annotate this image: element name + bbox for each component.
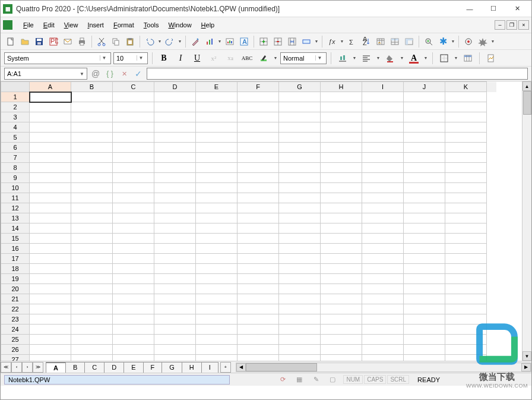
cell-E21[interactable]	[196, 294, 238, 304]
align-left-button[interactable]	[359, 52, 373, 65]
sum-icon[interactable]: Σ	[346, 35, 359, 48]
cell-E4[interactable]	[196, 122, 238, 133]
cell-D6[interactable]	[154, 143, 196, 153]
cell-A10[interactable]	[30, 183, 71, 193]
cell-D20[interactable]	[154, 284, 196, 294]
row-header-5[interactable]: 5	[1, 133, 30, 143]
cell-B26[interactable]	[71, 345, 113, 355]
borders-button[interactable]	[437, 52, 451, 65]
cell-B5[interactable]	[71, 133, 113, 143]
valign-dropdown[interactable]: ▼	[352, 56, 357, 60]
cell-E27[interactable]	[196, 355, 238, 361]
cell-K4[interactable]	[445, 122, 487, 133]
scroll-up-arrow[interactable]: ▲	[522, 81, 531, 91]
sheet-tab-B[interactable]: B	[65, 362, 85, 373]
freeze-icon[interactable]: ✱	[436, 35, 449, 48]
cancel-edit-icon[interactable]: ✕	[118, 68, 130, 80]
cell-F12[interactable]	[238, 203, 279, 213]
cell-A4[interactable]	[30, 122, 71, 133]
cell-J18[interactable]	[404, 264, 445, 274]
col-header-G[interactable]: G	[279, 82, 321, 92]
chart-icon[interactable]	[203, 35, 216, 48]
cell-D10[interactable]	[154, 183, 196, 193]
cell-E26[interactable]	[196, 345, 238, 355]
cell-F18[interactable]	[238, 264, 279, 274]
cell-K22[interactable]	[445, 304, 487, 314]
row-header-23[interactable]: 23	[1, 314, 30, 325]
cell-K5[interactable]	[445, 133, 487, 143]
speedformat-button[interactable]	[461, 52, 475, 65]
last-sheet-button[interactable]: ≫	[33, 362, 43, 373]
cell-C6[interactable]	[113, 143, 154, 153]
cell-D9[interactable]	[154, 173, 196, 183]
cell-H14[interactable]	[321, 223, 362, 234]
cell-H23[interactable]	[321, 314, 362, 325]
status-refresh-icon[interactable]: ⟳	[277, 374, 289, 386]
cell-D27[interactable]	[154, 355, 196, 361]
cell-C13[interactable]	[113, 213, 154, 223]
cell-D5[interactable]	[154, 133, 196, 143]
borders-dropdown[interactable]: ▼	[454, 56, 458, 60]
cell-B21[interactable]	[71, 294, 113, 304]
cell-C27[interactable]	[113, 355, 154, 361]
cell-K21[interactable]	[445, 294, 487, 304]
cell-C26[interactable]	[113, 345, 154, 355]
status-calc-icon[interactable]: ▦	[293, 374, 305, 386]
row-header-15[interactable]: 15	[1, 234, 30, 244]
row-header-9[interactable]: 9	[1, 173, 30, 183]
menu-tools[interactable]: Tools	[139, 20, 164, 30]
halign-dropdown[interactable]: ▼	[376, 56, 381, 60]
cell-B8[interactable]	[71, 163, 113, 173]
cell-I22[interactable]	[362, 304, 404, 314]
cell-C18[interactable]	[113, 264, 154, 274]
freeze-dropdown[interactable]: ▼	[451, 39, 455, 43]
cell-G14[interactable]	[279, 223, 321, 234]
cell-E7[interactable]	[196, 153, 238, 163]
row-header-22[interactable]: 22	[1, 304, 30, 314]
row-header-1[interactable]: 1	[1, 92, 30, 102]
at-function-icon[interactable]: @	[90, 68, 102, 80]
cell-K27[interactable]	[445, 355, 487, 361]
cell-C20[interactable]	[113, 284, 154, 294]
row-header-20[interactable]: 20	[1, 284, 30, 294]
row-header-19[interactable]: 19	[1, 274, 30, 284]
cell-I19[interactable]	[362, 274, 404, 284]
cell-A20[interactable]	[30, 284, 71, 294]
cell-K23[interactable]	[445, 314, 487, 325]
cell-A7[interactable]	[30, 153, 71, 163]
cell-I9[interactable]	[362, 173, 404, 183]
cell-A3[interactable]	[30, 112, 71, 122]
cell-A16[interactable]	[30, 244, 71, 254]
cell-C22[interactable]	[113, 304, 154, 314]
cell-E24[interactable]	[196, 325, 238, 335]
cell-B15[interactable]	[71, 234, 113, 244]
cell-I11[interactable]	[362, 193, 404, 203]
cell-E25[interactable]	[196, 335, 238, 345]
text-color-button[interactable]: A	[407, 52, 421, 65]
cell-F14[interactable]	[238, 223, 279, 234]
cell-H25[interactable]	[321, 335, 362, 345]
cell-C23[interactable]	[113, 314, 154, 325]
cell-G17[interactable]	[279, 254, 321, 264]
cell-C19[interactable]	[113, 274, 154, 284]
row-header-14[interactable]: 14	[1, 223, 30, 234]
scroll-right-arrow[interactable]: ▶	[521, 363, 531, 371]
cell-C24[interactable]	[113, 325, 154, 335]
zoom-icon[interactable]	[422, 35, 435, 48]
cell-C8[interactable]	[113, 163, 154, 173]
cell-I1[interactable]	[362, 92, 404, 102]
redo-dropdown[interactable]: ▼	[178, 39, 182, 43]
cell-J19[interactable]	[404, 274, 445, 284]
cell-H15[interactable]	[321, 234, 362, 244]
bold-button[interactable]: B	[157, 52, 171, 65]
cell-B2[interactable]	[71, 102, 113, 112]
cell-H21[interactable]	[321, 294, 362, 304]
cell-F10[interactable]	[238, 183, 279, 193]
close-button[interactable]: ✕	[505, 2, 529, 16]
cell-K6[interactable]	[445, 143, 487, 153]
cell-H16[interactable]	[321, 244, 362, 254]
sheet-tab-G[interactable]: G	[162, 362, 182, 373]
col-header-C[interactable]: C	[113, 82, 154, 92]
undo-icon[interactable]	[143, 35, 156, 48]
cell-B4[interactable]	[71, 122, 113, 133]
